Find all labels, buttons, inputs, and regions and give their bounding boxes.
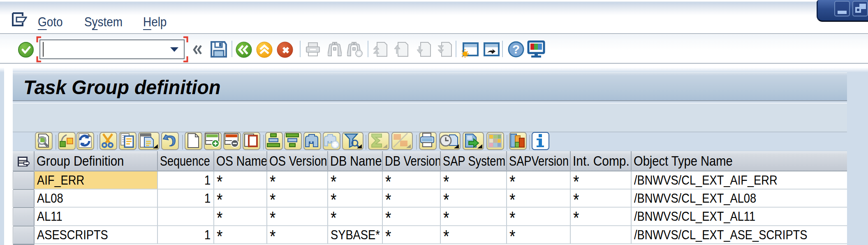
svg-text:?: ? [512,42,520,56]
